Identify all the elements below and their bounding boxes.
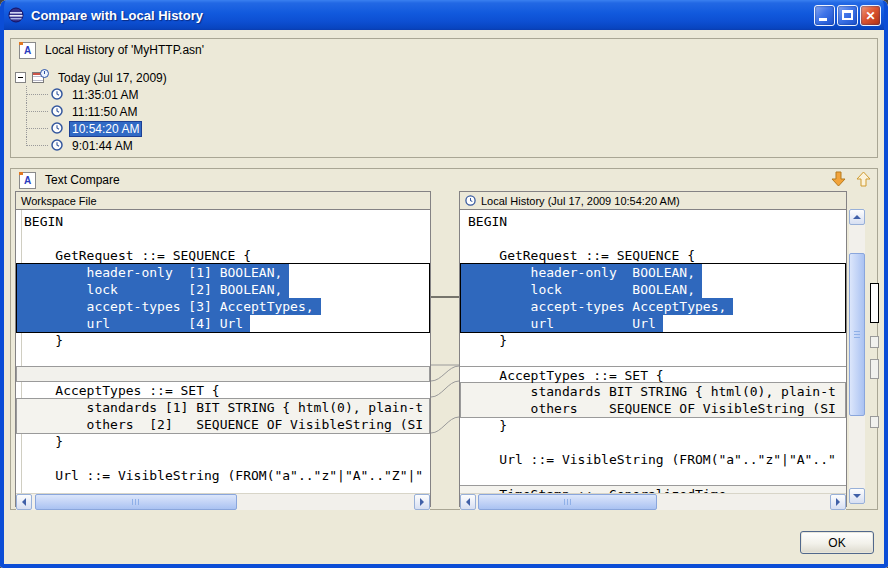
- workspace-horizontal-scrollbar[interactable]: [16, 493, 430, 510]
- code-line: }: [460, 417, 846, 434]
- code-line: AcceptTypes ::= SET {: [16, 382, 430, 399]
- clock-icon: [51, 139, 63, 151]
- text-compare-header: Text Compare: [11, 169, 877, 191]
- text-compare-panel: Text Compare Workspace File BEGIN GetReq…: [10, 168, 878, 510]
- scroll-left-button[interactable]: [460, 494, 476, 510]
- diff-connector-strip: [431, 191, 459, 507]
- code-line: header-only [1] BOOLEAN,: [16, 264, 289, 281]
- code-line: lock BOOLEAN,: [460, 281, 702, 298]
- code-line: }: [460, 332, 846, 349]
- history-revision-item[interactable]: 11:11:50 AM: [11, 103, 877, 120]
- window-title: Compare with Local History: [31, 8, 203, 23]
- calendar-icon: [32, 70, 49, 85]
- history-horizontal-scrollbar[interactable]: [460, 493, 846, 510]
- local-history-header: Local History of 'MyHTTP.asn': [11, 39, 877, 61]
- clock-icon: [51, 88, 63, 100]
- maximize-button[interactable]: [837, 5, 858, 26]
- clock-icon: [51, 122, 63, 134]
- next-difference-button[interactable]: [830, 171, 846, 188]
- collapse-icon[interactable]: [15, 72, 26, 83]
- code-line: }: [16, 433, 430, 450]
- code-line: accept-types [3] AcceptTypes,: [16, 298, 321, 315]
- previous-difference-button[interactable]: [855, 171, 871, 188]
- scroll-up-button[interactable]: [849, 209, 865, 225]
- code-line: [16, 349, 430, 366]
- compare-dialog-window: Compare with Local History ✕ Local Histo…: [0, 0, 888, 568]
- history-revision-item[interactable]: 11:35:01 AM: [11, 86, 877, 103]
- overview-mark[interactable]: [870, 416, 879, 428]
- scroll-left-button[interactable]: [16, 494, 32, 510]
- tree-root-label: Today (Jul 17, 2009): [55, 70, 170, 86]
- scrollbar-thumb[interactable]: [849, 253, 865, 416]
- ok-button[interactable]: OK: [800, 531, 874, 554]
- revision-label-selected: 10:54:20 AM: [69, 121, 142, 137]
- history-code-editor[interactable]: BEGIN GetRequest ::= SEQUENCE { header-o…: [460, 210, 846, 493]
- code-line: accept-types AcceptTypes,: [460, 298, 733, 315]
- dialog-client-area: Local History of 'MyHTTP.asn' Today (Jul…: [4, 30, 884, 564]
- code-line: standards BIT STRING { html(0), plain-t: [460, 383, 846, 400]
- code-line: [16, 230, 430, 247]
- clock-icon: [465, 195, 476, 206]
- tree-root-item[interactable]: Today (Jul 17, 2009): [11, 69, 877, 86]
- scroll-right-button[interactable]: [830, 494, 846, 510]
- code-line: AcceptTypes ::= SET {: [460, 366, 846, 383]
- title-bar[interactable]: Compare with Local History ✕: [0, 0, 888, 30]
- history-revision-item[interactable]: 10:54:20 AM: [11, 120, 877, 137]
- minimize-button[interactable]: [814, 5, 835, 26]
- code-line: [460, 468, 846, 485]
- code-line: lock [2] BOOLEAN,: [16, 281, 289, 298]
- workspace-pane: Workspace File BEGIN GetRequest ::= SEQU…: [15, 191, 431, 507]
- eclipse-icon: [8, 7, 24, 23]
- code-line: TimeStamp ::= GeneralizedTime: [460, 485, 846, 493]
- workspace-pane-header: Workspace File: [16, 192, 430, 210]
- code-line: BEGIN: [16, 213, 430, 230]
- history-tree: Today (Jul 17, 2009) 11:35:01 AM11:11:50…: [11, 69, 877, 154]
- code-line: others SEQUENCE OF VisibleString (SI: [460, 400, 846, 417]
- history-pane-title: Local History (Jul 17, 2009 10:54:20 AM): [481, 195, 680, 207]
- workspace-code-editor[interactable]: BEGIN GetRequest ::= SEQUENCE { header-o…: [16, 210, 430, 493]
- revision-label: 11:11:50 AM: [69, 104, 141, 120]
- scroll-right-button[interactable]: [414, 494, 430, 510]
- diff-overview-ruler[interactable]: [869, 209, 881, 489]
- code-line: [460, 434, 846, 451]
- scroll-down-button[interactable]: [849, 488, 865, 504]
- local-history-version-pane: Local History (Jul 17, 2009 10:54:20 AM)…: [459, 191, 847, 507]
- scrollbar-thumb[interactable]: [35, 494, 237, 510]
- code-line: GetRequest ::= SEQUENCE {: [460, 247, 846, 264]
- history-pane-header: Local History (Jul 17, 2009 10:54:20 AM): [460, 192, 846, 210]
- code-line: [460, 349, 846, 366]
- overview-mark[interactable]: [870, 336, 879, 348]
- code-line: url [4] Url: [16, 315, 250, 332]
- scrollbar-thumb[interactable]: [478, 494, 657, 510]
- revision-label: 9:01:44 AM: [69, 138, 136, 154]
- close-button[interactable]: ✕: [860, 5, 881, 26]
- code-line: [16, 366, 430, 382]
- code-line: Url ::= VisibleString (FROM("a".."z"|"A"…: [460, 451, 846, 468]
- code-line: others [2] SEQUENCE OF VisibleString (SI: [16, 416, 430, 433]
- code-line: BEGIN: [460, 213, 846, 230]
- code-line: }: [16, 332, 430, 349]
- code-line: standards [1] BIT STRING { html(0), plai…: [16, 399, 430, 416]
- workspace-pane-title: Workspace File: [21, 195, 97, 207]
- code-line: Url ::= VisibleString (FROM("a".."z"|"A"…: [16, 467, 430, 484]
- code-line: GetRequest ::= SEQUENCE {: [16, 247, 430, 264]
- history-revision-item[interactable]: 9:01:44 AM: [11, 137, 877, 154]
- vertical-scrollbar[interactable]: [849, 209, 865, 504]
- code-line: [16, 450, 430, 467]
- overview-mark[interactable]: [870, 359, 879, 379]
- local-history-title: Local History of 'MyHTTP.asn': [45, 43, 204, 57]
- revision-label: 11:35:01 AM: [69, 87, 142, 103]
- code-line: header-only BOOLEAN,: [460, 264, 702, 281]
- overview-mark-selected[interactable]: [870, 283, 879, 323]
- text-compare-title: Text Compare: [45, 173, 120, 187]
- code-line: url Url: [460, 315, 663, 332]
- code-line: [460, 230, 846, 247]
- asn-file-icon: [19, 172, 36, 189]
- local-history-panel: Local History of 'MyHTTP.asn' Today (Jul…: [10, 38, 878, 158]
- asn-file-icon: [19, 42, 36, 59]
- clock-icon: [51, 105, 63, 117]
